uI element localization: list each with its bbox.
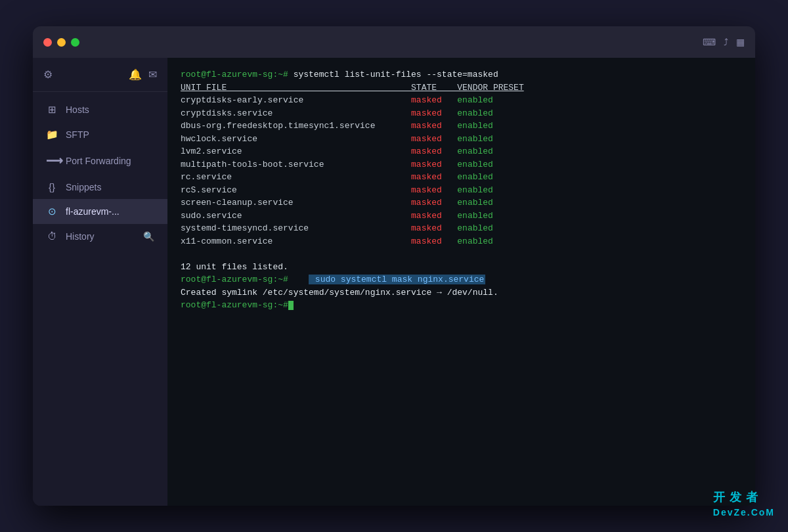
history-icon: ⏱ [46, 231, 58, 242]
sidebar-item-hosts[interactable]: ⊞ Hosts [33, 97, 167, 122]
sidebar-item-sftp[interactable]: 📁 SFTP [33, 122, 167, 147]
row-6: multipath-tools-boot.service masked enab… [181, 160, 493, 169]
command-2: sudo systemctl mask nginx.service [309, 275, 485, 284]
minimize-button[interactable] [57, 38, 66, 47]
snippets-label: Snippets [66, 182, 101, 192]
history-search-icon[interactable]: 🔍 [143, 231, 154, 242]
sidebar: ⚙ 🔔 ✉ ⊞ Hosts 📁 SFTP ⟶ Port Forwarding [33, 58, 167, 506]
prompt-line-3: root@fl-azurevm-sg:~# [181, 300, 288, 310]
row-7: rc.service masked enabled [181, 172, 493, 182]
mail-icon[interactable]: ✉ [148, 68, 157, 81]
row-8: rcS.service masked enabled [181, 185, 493, 195]
terminal-area[interactable]: root@fl-azurevm-sg:~# systemctl list-uni… [167, 58, 755, 506]
row-4: hwclock.service masked enabled [181, 134, 493, 144]
sidebar-nav: ⊞ Hosts 📁 SFTP ⟶ Port Forwarding {} Snip… [33, 92, 167, 506]
layout-icon[interactable]: ▦ [736, 37, 745, 47]
cursor [288, 301, 294, 310]
sidebar-top: ⚙ 🔔 ✉ [33, 58, 167, 92]
row-12: x11-common.service masked enabled [181, 236, 493, 246]
maximize-button[interactable] [71, 38, 79, 47]
sidebar-item-active-host[interactable]: ⊙ fl-azurevm-... [33, 199, 167, 224]
prompt-line-2: root@fl-azurevm-sg:~# [181, 275, 288, 284]
row-10: sudo.service masked enabled [181, 211, 493, 221]
main-window: ⌨ ⤴ ▦ ⚙ 🔔 ✉ ⊞ Hosts 📁 SFTP [33, 26, 755, 506]
row-2: cryptdisks.service masked enabled [181, 108, 493, 118]
row-9: screen-cleanup.service masked enabled [181, 198, 493, 208]
traffic-lights [43, 38, 79, 47]
summary-line: 12 unit files listed. [181, 262, 288, 272]
main-content: ⚙ 🔔 ✉ ⊞ Hosts 📁 SFTP ⟶ Port Forwarding [33, 58, 755, 506]
titlebar: ⌨ ⤴ ▦ [33, 26, 755, 58]
table-header: UNIT FILE STATE VENDOR PRESET [181, 83, 524, 93]
sftp-label: SFTP [66, 129, 89, 140]
port-forwarding-label: Port Forwarding [66, 156, 131, 166]
bell-icon[interactable]: 🔔 [129, 68, 142, 81]
sftp-icon: 📁 [46, 129, 58, 141]
symlink-output: Created symlink /etc/systemd/system/ngin… [181, 288, 498, 298]
prompt-line-1: root@fl-azurevm-sg:~# [181, 70, 288, 79]
row-1: cryptdisks-early.service masked enabled [181, 95, 493, 105]
hosts-label: Hosts [66, 104, 89, 115]
close-button[interactable] [43, 38, 52, 47]
watermark: 开 发 者DevZe.CoM [713, 489, 775, 519]
terminal-output[interactable]: root@fl-azurevm-sg:~# systemctl list-uni… [167, 58, 755, 506]
sidebar-item-history[interactable]: ⏱ History 🔍 [33, 224, 167, 248]
share-icon[interactable]: ⤴ [724, 37, 728, 47]
keyboard-icon[interactable]: ⌨ [703, 37, 716, 47]
active-host-icon: ⊙ [46, 206, 58, 217]
active-host-label: fl-azurevm-... [66, 206, 120, 217]
row-3: dbus-org.freedesktop.timesync1.service m… [181, 121, 493, 131]
sidebar-item-port-forwarding[interactable]: ⟶ Port Forwarding [33, 147, 167, 175]
port-forwarding-icon: ⟶ [46, 154, 58, 168]
row-11: systemd-timesyncd.service masked enabled [181, 223, 493, 233]
command-1: systemctl list-unit-files --state=masked [288, 70, 498, 79]
hosts-icon: ⊞ [46, 104, 58, 116]
sidebar-item-snippets[interactable]: {} Snippets [33, 175, 167, 199]
sidebar-top-right: 🔔 ✉ [129, 68, 157, 81]
snippets-icon: {} [46, 181, 58, 192]
settings-icon[interactable]: ⚙ [43, 68, 53, 81]
history-label: History [66, 231, 95, 242]
titlebar-actions: ⌨ ⤴ ▦ [703, 37, 745, 47]
row-5: lvm2.service masked enabled [181, 146, 493, 156]
